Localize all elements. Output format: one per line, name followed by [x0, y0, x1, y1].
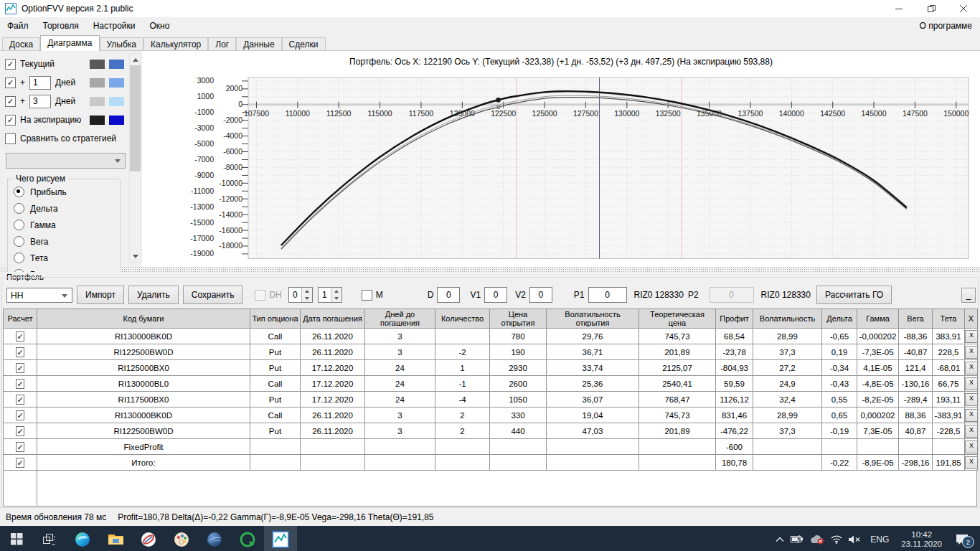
task-view-button[interactable]: [33, 526, 66, 551]
checkbox[interactable]: ✓: [16, 410, 24, 420]
scrollbar-thumb[interactable]: [130, 65, 141, 171]
delete-row-button[interactable]: X: [965, 409, 978, 422]
delete-row-button[interactable]: X: [965, 330, 978, 343]
column-header-2[interactable]: Тип опциона: [250, 309, 301, 329]
row-calc-checkbox-cell[interactable]: ✓: [4, 344, 37, 360]
checkbox[interactable]: ✓: [16, 442, 24, 452]
scroll-down-icon[interactable]: [130, 250, 141, 262]
cell-qty[interactable]: -4: [435, 392, 490, 408]
checkbox[interactable]: ✓: [16, 331, 24, 342]
row-calc-checkbox-cell[interactable]: ✓: [4, 455, 37, 471]
dh-spinner-2[interactable]: 1: [318, 287, 342, 303]
checkbox[interactable]: ✓: [5, 96, 16, 107]
v2-field[interactable]: 0: [529, 287, 552, 303]
taskbar-app-sphere[interactable]: [198, 526, 231, 551]
start-button[interactable]: [0, 526, 33, 551]
cell-qty[interactable]: -2: [435, 344, 490, 360]
row-calc-checkbox-cell[interactable]: ✓: [4, 376, 37, 392]
radio-icon[interactable]: [14, 236, 24, 247]
onedrive-error-icon[interactable]: [810, 534, 824, 545]
checkbox[interactable]: [5, 133, 16, 144]
spin-down-icon[interactable]: [331, 295, 341, 302]
radio-option-Тета[interactable]: Тета: [14, 250, 120, 266]
notification-center-button[interactable]: 2: [951, 534, 973, 545]
tab-Диаграмма[interactable]: Диаграмма: [40, 35, 99, 51]
strategy-dropdown[interactable]: [6, 153, 126, 169]
language-indicator[interactable]: ENG: [867, 534, 892, 545]
delete-row-button[interactable]: X: [965, 377, 978, 390]
cell-qty[interactable]: -1: [435, 376, 490, 392]
checkbox[interactable]: ✓: [16, 395, 24, 405]
radio-option-Дельта[interactable]: Дельта: [14, 200, 120, 217]
save-button[interactable]: Сохранить: [183, 286, 243, 304]
checkbox[interactable]: ✓: [16, 458, 24, 468]
radio-icon[interactable]: [14, 220, 24, 230]
column-header-8[interactable]: Теоретическая цена: [639, 309, 716, 329]
battery-icon[interactable]: [791, 535, 804, 543]
column-header-15[interactable]: X: [965, 309, 978, 329]
taskbar-app-optionfvv[interactable]: [264, 526, 297, 551]
checkbox[interactable]: ✓: [16, 379, 24, 389]
menu-item-2[interactable]: Настройки: [86, 17, 143, 34]
taskbar-app-explorer[interactable]: [99, 526, 132, 551]
tab-Данные[interactable]: Данные: [236, 37, 281, 51]
p1-field[interactable]: 0: [588, 287, 627, 303]
checkbox[interactable]: ✓: [16, 426, 24, 436]
menu-item-0[interactable]: Файл: [0, 17, 36, 34]
cell-qty[interactable]: [435, 455, 490, 471]
row-calc-checkbox-cell[interactable]: ✓: [4, 360, 37, 376]
row-calc-checkbox-cell[interactable]: ✓: [4, 439, 37, 455]
column-header-5[interactable]: Количество: [435, 309, 490, 329]
v1-field[interactable]: 0: [484, 287, 507, 303]
spin-up-icon[interactable]: [302, 288, 312, 295]
radio-icon[interactable]: [14, 187, 24, 197]
radio-option-Прибыль[interactable]: Прибыль: [14, 184, 120, 200]
calc-margin-button[interactable]: Рассчитать ГО: [816, 286, 892, 304]
column-header-13[interactable]: Вега: [899, 309, 933, 329]
tab-Доска[interactable]: Доска: [2, 37, 40, 51]
cell-qty[interactable]: [435, 439, 490, 455]
tab-Лог[interactable]: Лог: [208, 37, 236, 51]
tray-chevron-up-icon[interactable]: [776, 537, 784, 542]
p2-field[interactable]: 0: [710, 287, 754, 303]
cell-qty[interactable]: 2: [435, 423, 490, 439]
checkbox[interactable]: ✓: [5, 59, 16, 70]
row-calc-checkbox-cell[interactable]: ✓: [4, 329, 37, 344]
radio-icon[interactable]: [14, 253, 24, 263]
clock[interactable]: 10:42 23.11.2020: [898, 530, 945, 549]
taskbar-app-quik[interactable]: [231, 526, 264, 551]
import-button[interactable]: Импорт: [77, 286, 124, 304]
cell-qty[interactable]: -2: [435, 329, 490, 344]
close-button[interactable]: [948, 0, 980, 17]
delete-row-button[interactable]: X: [965, 346, 978, 359]
column-header-12[interactable]: Гамма: [857, 309, 899, 329]
column-header-6[interactable]: Цена открытия: [490, 309, 547, 329]
dh-checkbox[interactable]: [255, 290, 265, 301]
column-header-14[interactable]: Тета: [933, 309, 965, 329]
row-calc-checkbox-cell[interactable]: ✓: [4, 423, 37, 439]
delete-row-button[interactable]: X: [965, 456, 978, 469]
menu-item-3[interactable]: Окно: [143, 17, 177, 34]
delete-row-button[interactable]: X: [965, 362, 978, 375]
row-calc-checkbox-cell[interactable]: ✓: [4, 392, 37, 408]
radio-icon[interactable]: [14, 203, 24, 214]
column-header-1[interactable]: Код бумаги: [37, 309, 250, 329]
cell-qty[interactable]: 2: [435, 408, 490, 423]
tab-Калькулятор[interactable]: Калькулятор: [143, 37, 208, 51]
volume-muted-icon[interactable]: [849, 535, 861, 544]
delete-row-button[interactable]: X: [965, 393, 978, 406]
delete-button[interactable]: Удалить: [128, 286, 179, 304]
checkbox[interactable]: ✓: [16, 363, 24, 373]
wifi-icon[interactable]: [831, 535, 842, 544]
panel-scrollbar[interactable]: [129, 53, 141, 263]
taskbar-app-snipping[interactable]: [132, 526, 165, 551]
spin-down-icon[interactable]: [302, 295, 312, 302]
menu-item-1[interactable]: Торговля: [36, 17, 86, 34]
menu-about[interactable]: О программе: [912, 21, 980, 31]
portfolio-preset-select[interactable]: НН: [6, 288, 72, 303]
column-header-9[interactable]: Профит: [716, 309, 753, 329]
column-header-7[interactable]: Волатильность открытия: [547, 309, 639, 329]
days-input[interactable]: 3: [29, 95, 51, 108]
cell-qty[interactable]: 1: [435, 360, 490, 376]
column-header-4[interactable]: Дней до погашения: [365, 309, 435, 329]
